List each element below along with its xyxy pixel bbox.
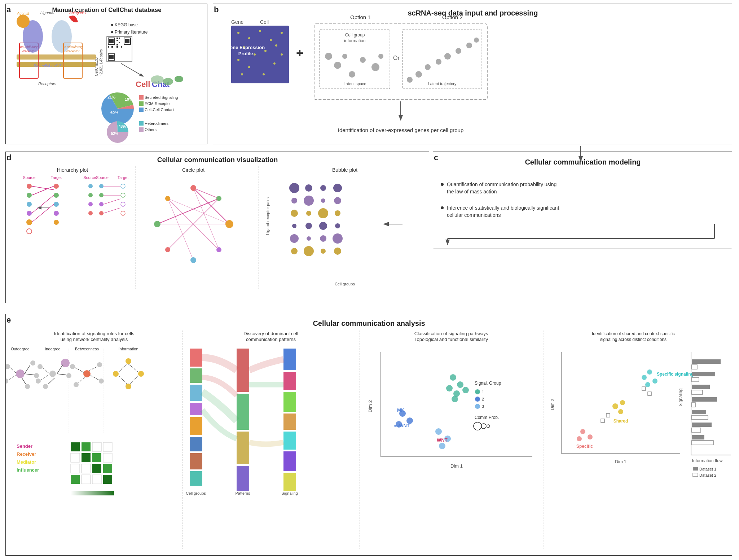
svg-point-244 xyxy=(99,379,104,384)
svg-rect-41 xyxy=(111,46,113,48)
svg-point-190 xyxy=(320,235,326,242)
svg-point-246 xyxy=(97,362,102,367)
svg-point-46 xyxy=(163,78,173,85)
svg-line-227 xyxy=(25,374,34,375)
svg-text:Others: Others xyxy=(145,127,157,132)
svg-point-313 xyxy=(446,385,453,391)
svg-rect-364 xyxy=(692,365,697,369)
svg-rect-32 xyxy=(109,55,114,59)
svg-rect-55 xyxy=(139,101,144,106)
svg-point-184 xyxy=(292,224,296,228)
svg-rect-363 xyxy=(692,359,721,364)
svg-rect-37 xyxy=(116,44,118,45)
svg-point-141 xyxy=(121,184,125,188)
svg-point-101 xyxy=(425,64,431,70)
svg-point-236 xyxy=(36,379,41,384)
svg-text:Indegree: Indegree xyxy=(45,347,60,351)
svg-text:Topological and functional sim: Topological and functional similarity xyxy=(414,337,488,342)
svg-text:Identification of over-express: Identification of over-expressed genes p… xyxy=(338,127,464,133)
svg-point-172 xyxy=(289,183,299,193)
svg-text:Gene Expression: Gene Expression xyxy=(226,45,265,50)
svg-point-71 xyxy=(275,44,277,47)
panel-b-svg: scRNA-seq data input and processing Gene… xyxy=(213,4,733,145)
svg-point-118 xyxy=(27,211,32,216)
svg-point-117 xyxy=(27,202,32,207)
svg-point-335 xyxy=(487,425,490,428)
svg-point-93 xyxy=(360,57,366,63)
svg-point-251 xyxy=(126,358,131,364)
svg-text:Antagonist: Antagonist xyxy=(69,11,87,15)
svg-rect-291 xyxy=(237,349,249,392)
svg-line-127 xyxy=(32,186,54,195)
svg-rect-294 xyxy=(237,466,249,491)
svg-line-42 xyxy=(121,64,143,76)
svg-point-21 xyxy=(111,31,113,33)
svg-line-237 xyxy=(57,365,63,374)
svg-point-125 xyxy=(54,220,59,225)
svg-rect-293 xyxy=(237,432,249,464)
svg-point-195 xyxy=(334,248,341,255)
svg-rect-277 xyxy=(92,475,101,484)
svg-text:1: 1 xyxy=(482,390,484,394)
svg-text:Secreted Signaling: Secreted Signaling xyxy=(145,95,178,100)
svg-point-180 xyxy=(291,210,298,217)
svg-text:Signaling: Signaling xyxy=(678,389,683,406)
svg-point-91 xyxy=(342,54,347,59)
svg-rect-273 xyxy=(92,464,101,473)
svg-point-139 xyxy=(99,202,104,206)
svg-text:Dim 1: Dim 1 xyxy=(615,459,626,464)
svg-text:Receiver: Receiver xyxy=(17,451,36,457)
svg-text:Dataset 1: Dataset 1 xyxy=(699,467,716,471)
svg-point-223 xyxy=(25,384,30,389)
svg-rect-59 xyxy=(139,121,144,126)
svg-rect-269 xyxy=(92,453,101,462)
svg-text:Gene: Gene xyxy=(231,19,243,25)
svg-point-72 xyxy=(237,59,239,61)
svg-point-347 xyxy=(612,403,618,409)
svg-text:Or: Or xyxy=(393,55,400,61)
svg-rect-288 xyxy=(190,453,202,469)
svg-point-333 xyxy=(474,422,481,430)
svg-text:21%: 21% xyxy=(107,95,115,99)
svg-rect-300 xyxy=(283,432,296,450)
svg-rect-302 xyxy=(283,473,296,491)
svg-text:the law of mass action: the law of mass action xyxy=(447,189,497,194)
svg-point-344 xyxy=(652,379,657,384)
svg-rect-35 xyxy=(116,40,118,41)
svg-point-342 xyxy=(642,375,647,380)
svg-rect-36 xyxy=(119,42,120,43)
svg-rect-356 xyxy=(648,392,651,395)
svg-rect-374 xyxy=(692,428,701,432)
svg-point-353 xyxy=(577,436,582,441)
svg-rect-98 xyxy=(403,29,482,89)
svg-point-65 xyxy=(248,37,250,39)
svg-point-106 xyxy=(474,38,479,43)
svg-text:Outdegree: Outdegree xyxy=(11,347,30,351)
svg-point-124 xyxy=(54,211,59,216)
svg-rect-372 xyxy=(692,415,708,420)
svg-rect-270 xyxy=(103,453,112,462)
svg-text:Mediator: Mediator xyxy=(17,459,36,465)
panel-e: Cellular communication analysis Identifi… xyxy=(5,314,732,556)
svg-point-201 xyxy=(441,206,444,209)
svg-rect-264 xyxy=(82,442,91,451)
svg-point-194 xyxy=(321,249,326,254)
svg-text:SourceSource: SourceSource xyxy=(83,175,109,180)
svg-point-181 xyxy=(306,211,311,216)
svg-text:Cellular communication visuali: Cellular communication visualization xyxy=(157,156,278,163)
svg-text:Receptors: Receptors xyxy=(38,82,57,86)
svg-point-103 xyxy=(444,53,451,60)
svg-point-121 xyxy=(54,184,59,189)
svg-point-242 xyxy=(70,364,75,369)
svg-point-179 xyxy=(334,197,341,204)
svg-rect-57 xyxy=(139,108,144,112)
svg-rect-278 xyxy=(103,475,112,484)
svg-point-182 xyxy=(318,208,328,218)
svg-point-310 xyxy=(450,374,456,381)
svg-text:Receptor: Receptor xyxy=(66,49,80,53)
svg-text:Cell groups: Cell groups xyxy=(335,282,355,286)
svg-point-164 xyxy=(190,257,196,263)
svg-text:Ligand-receptor pairs: Ligand-receptor pairs xyxy=(265,197,270,235)
svg-point-143 xyxy=(121,202,125,206)
svg-point-330 xyxy=(475,404,480,409)
